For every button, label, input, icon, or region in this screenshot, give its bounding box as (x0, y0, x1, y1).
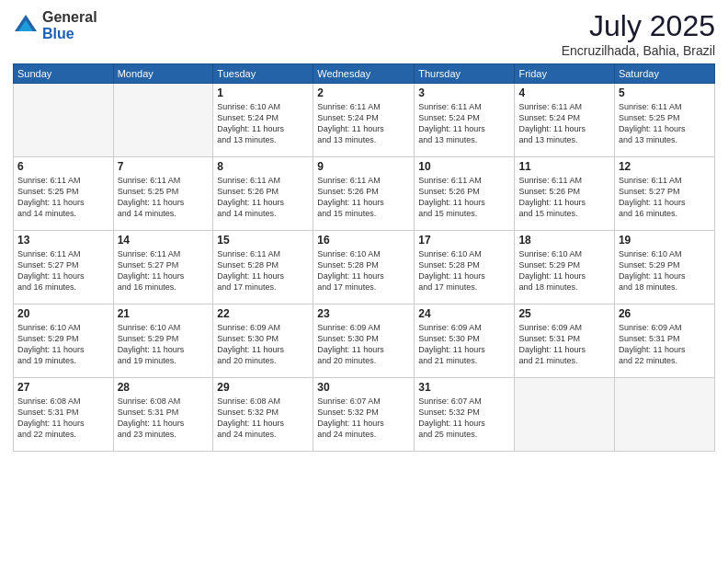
calendar-cell: 29Sunrise: 6:08 AM Sunset: 5:32 PM Dayli… (213, 378, 313, 452)
day-number: 15 (217, 234, 309, 247)
calendar-cell: 7Sunrise: 6:11 AM Sunset: 5:25 PM Daylig… (113, 157, 213, 231)
week-row-1: 6Sunrise: 6:11 AM Sunset: 5:25 PM Daylig… (14, 157, 715, 231)
calendar-cell (14, 84, 114, 157)
day-number: 11 (518, 160, 609, 173)
day-info: Sunrise: 6:10 AM Sunset: 5:29 PM Dayligh… (17, 322, 109, 367)
calendar-cell: 28Sunrise: 6:08 AM Sunset: 5:31 PM Dayli… (113, 378, 213, 452)
weekday-header-thursday: Thursday (415, 64, 515, 84)
calendar-cell: 22Sunrise: 6:09 AM Sunset: 5:30 PM Dayli… (213, 304, 313, 378)
day-number: 22 (217, 307, 309, 320)
day-number: 12 (619, 160, 711, 173)
day-info: Sunrise: 6:11 AM Sunset: 5:27 PM Dayligh… (17, 248, 109, 293)
calendar-body: 1Sunrise: 6:10 AM Sunset: 5:24 PM Daylig… (14, 84, 715, 452)
week-row-2: 13Sunrise: 6:11 AM Sunset: 5:27 PM Dayli… (14, 231, 715, 304)
calendar-cell: 6Sunrise: 6:11 AM Sunset: 5:25 PM Daylig… (14, 157, 114, 231)
day-number: 1 (217, 86, 309, 99)
day-info: Sunrise: 6:09 AM Sunset: 5:31 PM Dayligh… (518, 322, 609, 367)
calendar-cell (515, 378, 614, 452)
calendar-cell (113, 84, 213, 157)
day-info: Sunrise: 6:11 AM Sunset: 5:26 PM Dayligh… (217, 175, 309, 220)
day-info: Sunrise: 6:09 AM Sunset: 5:30 PM Dayligh… (418, 322, 510, 367)
day-info: Sunrise: 6:08 AM Sunset: 5:31 PM Dayligh… (118, 396, 210, 441)
day-info: Sunrise: 6:11 AM Sunset: 5:28 PM Dayligh… (217, 248, 309, 293)
calendar-cell: 21Sunrise: 6:10 AM Sunset: 5:29 PM Dayli… (113, 304, 213, 378)
day-info: Sunrise: 6:10 AM Sunset: 5:28 PM Dayligh… (317, 248, 410, 293)
day-info: Sunrise: 6:11 AM Sunset: 5:27 PM Dayligh… (619, 175, 711, 220)
day-info: Sunrise: 6:08 AM Sunset: 5:31 PM Dayligh… (17, 396, 109, 441)
week-row-4: 27Sunrise: 6:08 AM Sunset: 5:31 PM Dayli… (14, 378, 715, 452)
day-number: 21 (118, 307, 210, 320)
calendar-cell (614, 378, 714, 452)
calendar-header: SundayMondayTuesdayWednesdayThursdayFrid… (14, 64, 715, 84)
day-number: 7 (118, 160, 210, 173)
page: General Blue July 2025 Encruzilhada, Bah… (0, 0, 728, 563)
day-info: Sunrise: 6:11 AM Sunset: 5:26 PM Dayligh… (418, 175, 510, 220)
day-info: Sunrise: 6:11 AM Sunset: 5:26 PM Dayligh… (518, 175, 609, 220)
day-info: Sunrise: 6:10 AM Sunset: 5:29 PM Dayligh… (118, 322, 210, 367)
day-info: Sunrise: 6:10 AM Sunset: 5:29 PM Dayligh… (518, 248, 609, 293)
day-number: 19 (619, 234, 711, 247)
day-number: 13 (17, 234, 109, 247)
weekday-header-saturday: Saturday (614, 64, 714, 84)
title-block: July 2025 Encruzilhada, Bahia, Brazil (562, 9, 715, 58)
calendar-cell: 10Sunrise: 6:11 AM Sunset: 5:26 PM Dayli… (415, 157, 515, 231)
week-row-3: 20Sunrise: 6:10 AM Sunset: 5:29 PM Dayli… (14, 304, 715, 378)
calendar-cell: 24Sunrise: 6:09 AM Sunset: 5:30 PM Dayli… (415, 304, 515, 378)
weekday-header-monday: Monday (113, 64, 213, 84)
weekday-header-friday: Friday (515, 64, 614, 84)
calendar-cell: 4Sunrise: 6:11 AM Sunset: 5:24 PM Daylig… (515, 84, 614, 157)
day-number: 25 (518, 307, 609, 320)
calendar-cell: 13Sunrise: 6:11 AM Sunset: 5:27 PM Dayli… (14, 231, 114, 304)
calendar-cell: 25Sunrise: 6:09 AM Sunset: 5:31 PM Dayli… (515, 304, 614, 378)
calendar-cell: 30Sunrise: 6:07 AM Sunset: 5:32 PM Dayli… (313, 378, 415, 452)
calendar-cell: 3Sunrise: 6:11 AM Sunset: 5:24 PM Daylig… (415, 84, 515, 157)
logo-blue: Blue (42, 26, 74, 41)
calendar-cell: 8Sunrise: 6:11 AM Sunset: 5:26 PM Daylig… (213, 157, 313, 231)
calendar-cell: 18Sunrise: 6:10 AM Sunset: 5:29 PM Dayli… (515, 231, 614, 304)
weekday-header-tuesday: Tuesday (213, 64, 313, 84)
calendar-cell: 2Sunrise: 6:11 AM Sunset: 5:24 PM Daylig… (313, 84, 415, 157)
day-info: Sunrise: 6:09 AM Sunset: 5:30 PM Dayligh… (217, 322, 309, 367)
day-info: Sunrise: 6:07 AM Sunset: 5:32 PM Dayligh… (317, 396, 410, 441)
day-number: 28 (118, 381, 210, 394)
calendar-cell: 20Sunrise: 6:10 AM Sunset: 5:29 PM Dayli… (14, 304, 114, 378)
calendar-cell: 14Sunrise: 6:11 AM Sunset: 5:27 PM Dayli… (113, 231, 213, 304)
day-info: Sunrise: 6:08 AM Sunset: 5:32 PM Dayligh… (217, 396, 309, 441)
day-number: 9 (317, 160, 410, 173)
calendar-cell: 31Sunrise: 6:07 AM Sunset: 5:32 PM Dayli… (415, 378, 515, 452)
day-number: 26 (619, 307, 711, 320)
day-info: Sunrise: 6:11 AM Sunset: 5:24 PM Dayligh… (518, 101, 609, 146)
calendar-table: SundayMondayTuesdayWednesdayThursdayFrid… (13, 63, 715, 452)
day-info: Sunrise: 6:10 AM Sunset: 5:29 PM Dayligh… (619, 248, 711, 293)
calendar-cell: 5Sunrise: 6:11 AM Sunset: 5:25 PM Daylig… (614, 84, 714, 157)
logo-general: General (42, 9, 97, 25)
weekday-header-wednesday: Wednesday (313, 64, 415, 84)
day-number: 23 (317, 307, 410, 320)
day-info: Sunrise: 6:11 AM Sunset: 5:25 PM Dayligh… (619, 101, 711, 146)
day-info: Sunrise: 6:09 AM Sunset: 5:30 PM Dayligh… (317, 322, 410, 367)
logo-icon (13, 13, 39, 39)
day-number: 20 (17, 307, 109, 320)
calendar-cell: 11Sunrise: 6:11 AM Sunset: 5:26 PM Dayli… (515, 157, 614, 231)
calendar-cell: 12Sunrise: 6:11 AM Sunset: 5:27 PM Dayli… (614, 157, 714, 231)
header: General Blue July 2025 Encruzilhada, Bah… (13, 9, 715, 58)
calendar-cell: 17Sunrise: 6:10 AM Sunset: 5:28 PM Dayli… (415, 231, 515, 304)
location: Encruzilhada, Bahia, Brazil (562, 43, 715, 58)
day-number: 29 (217, 381, 309, 394)
calendar-cell: 19Sunrise: 6:10 AM Sunset: 5:29 PM Dayli… (614, 231, 714, 304)
logo: General Blue (13, 9, 97, 41)
week-row-0: 1Sunrise: 6:10 AM Sunset: 5:24 PM Daylig… (14, 84, 715, 157)
day-number: 2 (317, 86, 410, 99)
calendar-cell: 26Sunrise: 6:09 AM Sunset: 5:31 PM Dayli… (614, 304, 714, 378)
day-info: Sunrise: 6:09 AM Sunset: 5:31 PM Dayligh… (619, 322, 711, 367)
day-number: 17 (418, 234, 510, 247)
day-number: 30 (317, 381, 410, 394)
calendar-cell: 23Sunrise: 6:09 AM Sunset: 5:30 PM Dayli… (313, 304, 415, 378)
calendar-cell: 16Sunrise: 6:10 AM Sunset: 5:28 PM Dayli… (313, 231, 415, 304)
day-info: Sunrise: 6:07 AM Sunset: 5:32 PM Dayligh… (418, 396, 510, 441)
day-info: Sunrise: 6:11 AM Sunset: 5:26 PM Dayligh… (317, 175, 410, 220)
calendar-cell: 27Sunrise: 6:08 AM Sunset: 5:31 PM Dayli… (14, 378, 114, 452)
day-number: 5 (619, 86, 711, 99)
calendar-cell: 15Sunrise: 6:11 AM Sunset: 5:28 PM Dayli… (213, 231, 313, 304)
weekday-header-sunday: Sunday (14, 64, 114, 84)
